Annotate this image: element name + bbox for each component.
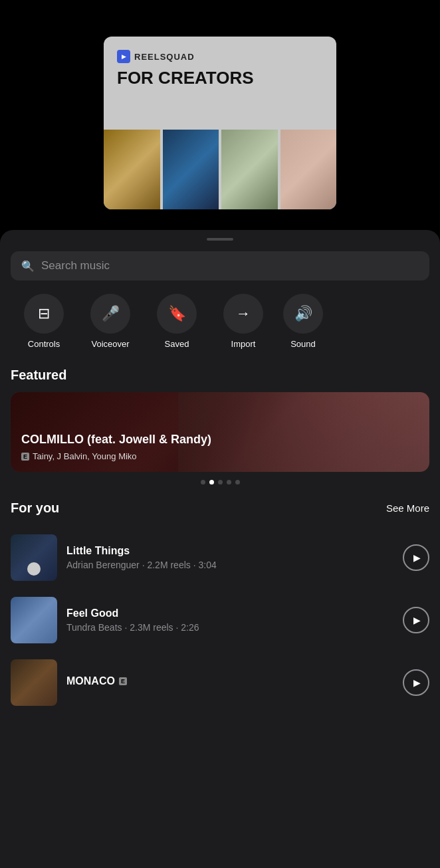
top-area: REELSQUAD FOR CREATORS (0, 0, 440, 246)
featured-dots (0, 480, 440, 485)
bottom-sheet: 🔍 Search music ⊟ Controls 🎤 Voiceover 🔖 … (0, 230, 440, 868)
song-item-little-things[interactable]: Little Things Adrian Berenguer · 2.2M re… (11, 526, 429, 589)
reel-photo-3 (221, 130, 278, 209)
voiceover-icon: 🎤 (90, 294, 130, 334)
category-sound[interactable]: 🔊 Sound (276, 294, 330, 349)
play-button-feel-good[interactable] (403, 607, 429, 633)
song-artist-feel-good: Tundra Beats (66, 622, 122, 633)
category-controls[interactable]: ⊟ Controls (11, 294, 77, 349)
sound-icon: 🔊 (283, 294, 323, 334)
reel-photo-1 (104, 130, 160, 209)
saved-label: Saved (165, 339, 189, 349)
song-name-monaco: MONACO E (66, 675, 127, 687)
song-reels-little-things: 2.2M reels (147, 560, 190, 570)
song-reels-feel-good: 2.3M reels (130, 622, 173, 633)
song-thumbnail-monaco (11, 659, 57, 706)
import-icon: → (223, 294, 263, 334)
dot-3 (218, 480, 223, 485)
reel-photo-4 (280, 130, 337, 209)
song-thumbnail-feel-good (11, 597, 57, 643)
search-input[interactable]: Search music (41, 259, 110, 272)
saved-icon: 🔖 (157, 294, 197, 334)
featured-song-title: COLMILLO (feat. Jowell & Randy) (21, 433, 211, 447)
reel-images (104, 130, 336, 209)
song-meta-little-things: Adrian Berenguer · 2.2M reels · 3:04 (66, 560, 393, 570)
reel-photo-2 (163, 130, 219, 209)
song-meta-feel-good: Tundra Beats · 2.3M reels · 2:26 (66, 622, 393, 633)
dot-4 (227, 480, 231, 485)
featured-text: COLMILLO (feat. Jowell & Randy) E Tainy,… (21, 433, 211, 461)
song-list: Little Things Adrian Berenguer · 2.2M re… (0, 526, 440, 714)
artists-silhouette (178, 392, 429, 472)
song-name-little-things: Little Things (66, 545, 393, 557)
voiceover-label: Voiceover (91, 339, 129, 349)
reel-brand: REELSQUAD (134, 52, 195, 62)
song-item-monaco[interactable]: MONACO E (11, 651, 429, 714)
see-more-button[interactable]: See More (386, 502, 429, 514)
play-button-little-things[interactable] (403, 544, 429, 571)
featured-section-title: Featured (0, 368, 440, 383)
reel-title: FOR CREATORS (117, 68, 323, 88)
reel-card-header: REELSQUAD (117, 50, 323, 63)
controls-label: Controls (28, 339, 60, 349)
search-container: 🔍 Search music (11, 251, 429, 280)
for-you-header: For you See More (0, 500, 440, 516)
categories-row: ⊟ Controls 🎤 Voiceover 🔖 Saved → Import … (0, 294, 440, 349)
explicit-badge: E (21, 453, 29, 461)
dot-5 (235, 480, 240, 485)
song-name-feel-good: Feel Good (66, 607, 393, 619)
category-voiceover[interactable]: 🎤 Voiceover (77, 294, 144, 349)
reel-card: REELSQUAD FOR CREATORS (104, 37, 336, 209)
drag-handle[interactable] (207, 238, 233, 241)
song-item-feel-good[interactable]: Feel Good Tundra Beats · 2.3M reels · 2:… (11, 589, 429, 651)
category-saved[interactable]: 🔖 Saved (144, 294, 210, 349)
song-duration-little-things: 3:04 (198, 560, 216, 570)
song-info-little-things: Little Things Adrian Berenguer · 2.2M re… (66, 545, 393, 570)
song-info-monaco: MONACO E (66, 675, 393, 690)
category-import[interactable]: → Import (210, 294, 276, 349)
for-you-title: For you (11, 500, 59, 516)
song-artist-little-things: Adrian Berenguer (66, 560, 140, 570)
reelsquad-logo-icon (117, 50, 130, 63)
controls-icon: ⊟ (24, 294, 64, 334)
search-bar[interactable]: 🔍 Search music (11, 251, 429, 280)
featured-artist-names: Tainy, J Balvin, Young Miko (33, 451, 137, 461)
featured-card[interactable]: COLMILLO (feat. Jowell & Randy) E Tainy,… (11, 392, 429, 472)
monaco-explicit-badge: E (119, 677, 127, 685)
search-icon: 🔍 (21, 260, 35, 272)
song-duration-feel-good: 2:26 (181, 622, 199, 633)
featured-artists-image (178, 392, 429, 472)
sound-label: Sound (290, 339, 316, 349)
play-button-monaco[interactable] (403, 669, 429, 696)
dot-2 (209, 480, 214, 485)
featured-artists: E Tainy, J Balvin, Young Miko (21, 451, 211, 461)
song-thumbnail-little-things (11, 534, 57, 581)
song-info-feel-good: Feel Good Tundra Beats · 2.3M reels · 2:… (66, 607, 393, 633)
dot-1 (201, 480, 205, 485)
import-label: Import (231, 339, 256, 349)
